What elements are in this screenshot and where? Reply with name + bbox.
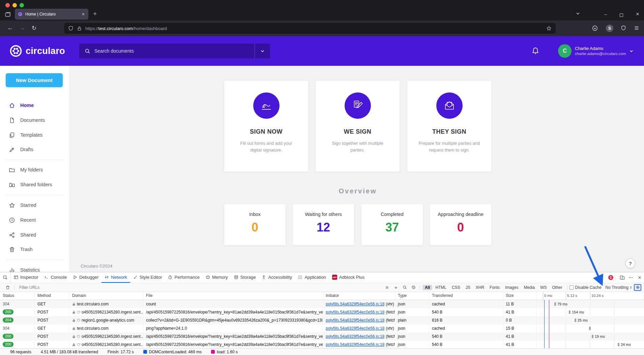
help-button[interactable]: ? — [625, 258, 635, 268]
stat-card-completed[interactable]: Completed 37 — [361, 204, 423, 245]
window-close-button[interactable]: × — [636, 11, 639, 18]
network-request-row[interactable]: 200 POST o4505159621345280.ingest.sent… … — [0, 340, 644, 349]
user-menu[interactable]: C Charlie Adams charlie.adams@circularo.… — [558, 44, 633, 58]
initiator-link[interactable]: polyfills.54a6329f54ec0e56.js:18 — [326, 342, 384, 347]
action-card-sign-now[interactable]: SIGN NOW Fill out forms and add your dig… — [224, 81, 308, 172]
initiator-link[interactable]: polyfills.54a6329f54ec0e56.js:18 — [326, 318, 384, 323]
sidebar-item-starred[interactable]: Starred — [0, 198, 70, 213]
initiator-link[interactable]: polyfills.54a6329f54ec0e56.js:18 — [326, 326, 384, 331]
network-request-row[interactable]: 304 GET test.circularo.com count polyfil… — [0, 300, 644, 308]
devtools-tab-storage[interactable]: Storage — [231, 272, 259, 283]
window-maximize-button[interactable] — [620, 12, 623, 18]
filter-urls-input[interactable] — [19, 285, 90, 290]
pause-recording-icon[interactable] — [383, 283, 391, 292]
sidebar-item-shared-folders[interactable]: Shared folders — [0, 177, 70, 192]
initiator-link[interactable]: polyfills.54a6329f54ec0e56.js:18 — [326, 310, 384, 315]
devtools-tab-accessibility[interactable]: Accessibility — [259, 272, 295, 283]
account-icon[interactable]: S — [606, 25, 613, 32]
sidebar-item-trash[interactable]: Trash — [0, 242, 70, 257]
filter-media[interactable]: Media — [521, 285, 537, 290]
tab-list-chevron-icon[interactable] — [576, 11, 580, 16]
sidebar-item-my-folders[interactable]: My folders — [0, 162, 70, 177]
extension-shield-icon[interactable] — [621, 25, 626, 31]
filter-other[interactable]: Other — [550, 285, 565, 290]
filter-css[interactable]: CSS — [449, 285, 463, 290]
browser-tab[interactable]: Home | Circularo × — [15, 9, 88, 20]
tracking-protection-shield-icon[interactable] — [68, 26, 74, 31]
sidebar-item-recent[interactable]: Recent — [0, 213, 70, 227]
search-scope-dropdown[interactable] — [255, 44, 270, 58]
action-card-they-sign[interactable]: THEY SIGN Prepare for multiple parties a… — [407, 81, 491, 172]
filter-images[interactable]: Images — [503, 285, 521, 290]
firefox-view-icon[interactable] — [5, 11, 11, 18]
filter-html[interactable]: HTML — [433, 285, 449, 290]
network-settings-gear-icon[interactable] — [634, 284, 641, 291]
network-table-header[interactable]: Status Method Domain File Initiator Type… — [0, 292, 644, 300]
initiator-link[interactable]: polyfills.54a6329f54ec0e56.js:18 — [326, 334, 384, 339]
forward-button[interactable]: → — [20, 25, 25, 31]
sidebar-item-statistics[interactable]: Statistics — [0, 263, 70, 272]
stat-card-deadline[interactable]: Approaching deadline 0 — [430, 204, 491, 245]
tab-close-icon[interactable]: × — [81, 11, 86, 17]
devtools-tab-network[interactable]: Network — [101, 272, 130, 283]
filter-js[interactable]: JS — [463, 285, 473, 290]
devtools-tab-inspector[interactable]: Inspector — [11, 272, 41, 283]
filter-all[interactable]: All — [422, 285, 432, 290]
url-bar[interactable]: https://test.circularo.com/home/dashboar… — [64, 23, 556, 34]
throttling-dropdown[interactable]: No Throttling ▲▼ — [606, 285, 632, 290]
devtools-tab-console[interactable]: Console — [41, 272, 70, 283]
devtools-close-icon[interactable]: × — [635, 272, 644, 283]
disable-cache-checkbox[interactable]: Disable Cache — [569, 285, 602, 290]
menu-hamburger-icon[interactable] — [634, 25, 639, 31]
filter-xhr[interactable]: XHR — [473, 285, 487, 290]
new-document-button[interactable]: New Document — [6, 73, 63, 87]
stat-card-waiting[interactable]: Waiting for others 12 — [293, 204, 354, 245]
sidebar-item-home[interactable]: Home — [0, 98, 70, 113]
network-request-row[interactable]: 304 GET test.circularo.com ping?appName=… — [0, 324, 644, 332]
document-search-bar[interactable] — [79, 44, 270, 58]
devtools-tab-memory[interactable]: Memory — [203, 272, 231, 283]
request-count[interactable]: 96 requests — [10, 350, 31, 354]
window-minimize-button[interactable]: – — [604, 11, 607, 17]
bookmark-star-icon[interactable] — [546, 26, 552, 31]
network-request-row[interactable]: 200 POST o4505159621345280.ingest.sent… … — [0, 308, 644, 316]
reload-button[interactable]: ↻ — [32, 25, 36, 31]
user-avatar[interactable]: C — [558, 44, 572, 58]
action-card-we-sign[interactable]: WE SIGN Sign together with multiple part… — [316, 81, 400, 172]
sidebar-item-documents[interactable]: Documents — [0, 113, 70, 128]
macos-zoom-button[interactable] — [20, 3, 24, 7]
sidebar-item-templates[interactable]: Templates — [0, 128, 70, 142]
macos-minimize-button[interactable] — [12, 3, 17, 7]
back-button[interactable]: ← — [7, 25, 13, 31]
error-count-badge[interactable]: 1 — [608, 275, 613, 280]
network-request-row[interactable]: 200 POST o4505159621345280.ingest.sent… … — [0, 332, 644, 340]
devtools-tab-style-editor[interactable]: Style Editor — [130, 272, 165, 283]
clear-requests-trash-icon[interactable] — [3, 283, 12, 292]
devtools-tab-application[interactable]: Application — [295, 272, 329, 283]
storage-database-icon — [234, 275, 238, 279]
pocket-icon[interactable] — [592, 25, 598, 31]
devtools-tab-adblock-plus[interactable]: ABP Adblock Plus — [329, 272, 368, 283]
new-tab-button[interactable]: + — [93, 10, 97, 18]
filter-fonts[interactable]: Fonts — [487, 285, 502, 290]
sidebar-item-drafts[interactable]: Drafts — [0, 142, 70, 157]
pick-element-icon[interactable] — [0, 272, 11, 283]
macos-close-button[interactable] — [5, 3, 10, 7]
new-request-plus-icon[interactable]: + — [391, 283, 400, 292]
search-requests-icon[interactable] — [400, 283, 409, 292]
stat-value: 37 — [385, 220, 399, 235]
devtools-tab-debugger[interactable]: Debugger — [70, 272, 101, 283]
notifications-bell-icon[interactable] — [531, 47, 539, 55]
app-logo[interactable]: circularo — [9, 45, 65, 57]
devtools-menu-dots-icon[interactable] — [626, 272, 635, 283]
filter-ws[interactable]: WS — [538, 285, 549, 290]
devtools-tab-performance[interactable]: Performance — [165, 272, 202, 283]
initiator-link[interactable]: polyfills.54a6329f54ec0e56.js:18 — [326, 302, 384, 306]
connection-lock-icon[interactable] — [77, 26, 82, 31]
responsive-design-mode-icon[interactable] — [618, 272, 626, 283]
stat-card-inbox[interactable]: Inbox 0 — [224, 204, 286, 245]
network-request-row[interactable]: 204 POST region1.google-analytics.com co… — [0, 316, 644, 324]
search-input[interactable] — [94, 48, 255, 54]
block-requests-icon[interactable] — [409, 283, 418, 292]
sidebar-item-shared[interactable]: Shared — [0, 227, 70, 242]
